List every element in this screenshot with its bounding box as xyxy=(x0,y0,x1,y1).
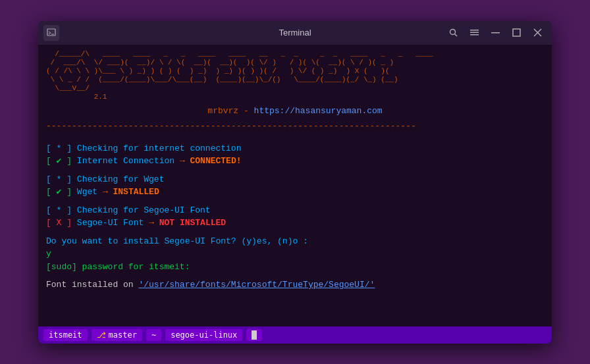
check-wget-result: [ ✔ ] Wget → INSTALLED xyxy=(46,186,544,199)
svg-line-3 xyxy=(454,34,457,37)
check-internet-star: [ * ] Checking for internet connection xyxy=(46,142,544,155)
titlebar-left xyxy=(43,25,59,41)
statusbar: itsmeit ⎇ master ~ segoe-ui-linux xyxy=(38,326,552,344)
svg-rect-7 xyxy=(491,32,500,34)
username-text: itsmeit xyxy=(49,330,82,340)
terminal-icon xyxy=(43,25,59,41)
window-title: Terminal xyxy=(279,28,311,38)
font-path: '/usr/share/fonts/Microsoft/TrueType/Seg… xyxy=(138,280,375,290)
svg-rect-8 xyxy=(513,29,520,36)
arrow-icon-2: → xyxy=(103,187,108,197)
search-button[interactable] xyxy=(444,26,462,40)
sudo-prompt-line: [sudo] password for itsmeit: xyxy=(46,261,544,274)
answer-text: y xyxy=(46,249,51,259)
branch-text: master xyxy=(109,330,137,340)
git-segment: ⎇ master xyxy=(92,329,142,341)
star-icon-3: [ * ] xyxy=(46,205,72,215)
git-icon: ⎇ xyxy=(97,330,106,340)
tick-icon-2: [ ✔ ] xyxy=(46,187,72,197)
check-internet-text: Checking for internet connection xyxy=(77,143,242,153)
svg-point-2 xyxy=(450,30,455,35)
font-installed-line: Font installed on '/usr/share/fonts/Micr… xyxy=(46,278,544,292)
url-line: mrbvrz - https://hasansuryaman.com xyxy=(46,105,544,118)
svg-rect-4 xyxy=(470,30,479,31)
titlebar-controls xyxy=(444,26,547,40)
separator-line: ----------------------------------------… xyxy=(46,120,544,133)
installed-status: INSTALLED xyxy=(113,187,159,197)
terminal-body[interactable]: /_____/\ ____ ____ _ _ ____ ____ __ _ _ … xyxy=(38,45,552,326)
titlebar: Terminal xyxy=(38,21,552,45)
ascii-art: /_____/\ ____ ____ _ _ ____ ____ __ _ _ … xyxy=(46,50,544,102)
arrow-icon: → xyxy=(180,156,185,166)
menu-button[interactable] xyxy=(465,26,483,40)
username-segment: itsmeit xyxy=(43,329,88,341)
wget-label: Wget xyxy=(77,187,103,197)
repo-text: segoe-ui-linux xyxy=(171,330,237,340)
sudo-text: [sudo] password for itsmeit: xyxy=(46,262,190,272)
internet-label: Internet Connection xyxy=(77,156,180,166)
url-prefix: mrbvrz - xyxy=(207,106,254,116)
svg-rect-5 xyxy=(470,32,479,34)
star-icon: [ * ] xyxy=(46,143,72,153)
maximize-button[interactable] xyxy=(507,26,525,40)
tilde-text: ~ xyxy=(151,330,156,340)
cross-icon: [ X ] xyxy=(46,218,72,228)
star-icon-2: [ * ] xyxy=(46,174,72,184)
check-segoe-result: [ X ] Segoe-UI Font → NOT INSTALLED xyxy=(46,217,544,230)
font-installed-prefix: Font installed on xyxy=(46,280,138,290)
repo-segment: segoe-ui-linux xyxy=(165,329,242,341)
check-wget-text: Checking for Wget xyxy=(77,174,165,184)
check-segoe-text: Checking for Segoe-UI Font xyxy=(77,205,211,215)
url-link: https://hasansuryaman.com xyxy=(254,106,383,116)
cursor-segment xyxy=(246,329,262,341)
not-installed-status: NOT INSTALLED xyxy=(159,218,226,228)
answer-line: y xyxy=(46,247,544,261)
path-segment: ~ xyxy=(146,329,161,341)
minimize-button[interactable] xyxy=(486,26,504,40)
svg-rect-6 xyxy=(470,34,479,36)
install-question: Do you want to install Segoe-UI Font? (y… xyxy=(46,235,544,248)
tick-icon: [ ✔ ] xyxy=(46,156,72,166)
close-button[interactable] xyxy=(528,26,547,40)
question-text: Do you want to install Segoe-UI Font? (y… xyxy=(46,236,308,246)
check-wget-star: [ * ] Checking for Wget xyxy=(46,173,544,186)
segoe-label: Segoe-UI Font xyxy=(77,218,149,228)
arrow-icon-3: → xyxy=(149,218,154,228)
terminal-window: Terminal xyxy=(38,21,552,344)
check-internet-result: [ ✔ ] Internet Connection → CONNECTED! xyxy=(46,155,544,168)
connected-status: CONNECTED! xyxy=(190,156,242,166)
cursor-block xyxy=(252,330,257,340)
check-segoe-star: [ * ] Checking for Segoe-UI Font xyxy=(46,204,544,217)
